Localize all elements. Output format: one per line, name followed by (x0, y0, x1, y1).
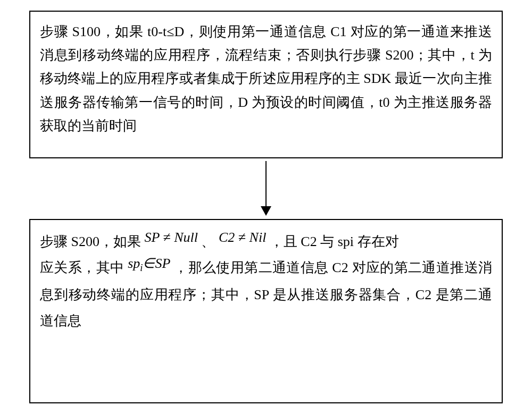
step-s200-seg4: 应关系，其中 (40, 260, 124, 275)
arrow-head-icon (261, 206, 271, 216)
flow-arrow (261, 158, 271, 219)
step-s100-box: 步骤 S100，如果 t0-t≤D，则使用第一通道信息 C1 对应的第一通道来推… (29, 11, 503, 158)
step-s200-seg3: ，且 C2 与 spi 存在对 (270, 234, 399, 249)
math-in-sp: ∈SP (143, 256, 170, 271)
step-s100-text: 步骤 S100，如果 t0-t≤D，则使用第一通道信息 C1 对应的第一通道来推… (40, 24, 492, 133)
math-spi-in-sp: spi∈SP (128, 256, 170, 271)
math-c2-not-nil: C2 ≠ Nil (219, 230, 266, 245)
arrow-line (265, 161, 267, 206)
math-sp-not-null: SP ≠ Null (144, 230, 197, 245)
step-s200-box: 步骤 S200，如果 SP ≠ Null 、 C2 ≠ Nil ，且 C2 与 … (29, 219, 503, 403)
step-s200-seg1: 步骤 S200，如果 (40, 234, 141, 249)
step-s200-seg2: 、 (201, 234, 215, 249)
math-sp: sp (128, 256, 140, 271)
